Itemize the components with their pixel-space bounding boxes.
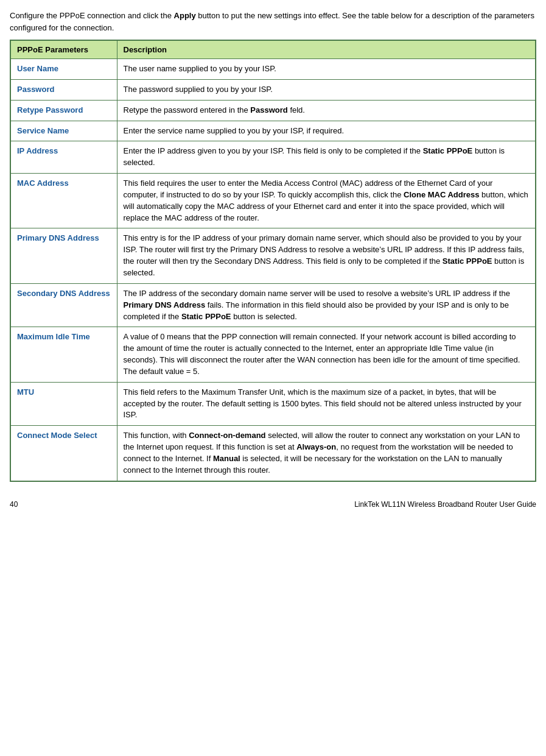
param-cell: Password xyxy=(10,79,117,100)
param-cell: Primary DNS Address xyxy=(10,228,117,283)
footer: 40 LinkTek WL11N Wireless Broadband Rout… xyxy=(10,500,536,509)
desc-cell: Enter the IP address given to you by you… xyxy=(117,141,536,174)
table-row: Maximum Idle TimeA value of 0 means that… xyxy=(10,327,536,382)
table-row: IP AddressEnter the IP address given to … xyxy=(10,141,536,174)
param-cell: User Name xyxy=(10,59,117,80)
param-cell: IP Address xyxy=(10,141,117,174)
param-cell: Service Name xyxy=(10,121,117,141)
desc-cell: A value of 0 means that the PPP connecti… xyxy=(117,327,536,382)
param-cell: Secondary DNS Address xyxy=(10,283,117,327)
desc-cell: This field requires the user to enter th… xyxy=(117,174,536,228)
col-header-param: PPPoE Parameters xyxy=(10,40,117,59)
table-row: Retype PasswordRetype the password enter… xyxy=(10,100,536,121)
param-cell: Maximum Idle Time xyxy=(10,327,117,382)
table-row: Service NameEnter the service name suppl… xyxy=(10,121,536,141)
table-row: User NameThe user name supplied to you b… xyxy=(10,59,536,80)
table-row: Secondary DNS AddressThe IP address of t… xyxy=(10,283,536,327)
product-name: LinkTek WL11N Wireless Broadband Router … xyxy=(354,500,536,509)
table-row: MAC AddressThis field requires the user … xyxy=(10,174,536,228)
param-cell: Connect Mode Select xyxy=(10,426,117,481)
table-row: MTUThis field refers to the Maximum Tran… xyxy=(10,382,536,426)
table-row: PasswordThe password supplied to you by … xyxy=(10,79,536,100)
intro-paragraph: Configure the PPPoE connection and click… xyxy=(10,10,536,34)
param-cell: MTU xyxy=(10,382,117,426)
desc-cell: The password supplied to you by your ISP… xyxy=(117,79,536,100)
page-number: 40 xyxy=(10,500,18,509)
pppoe-parameters-table: PPPoE Parameters Description User NameTh… xyxy=(10,40,536,482)
desc-cell: The user name supplied to you by your IS… xyxy=(117,59,536,80)
table-row: Primary DNS AddressThis entry is for the… xyxy=(10,228,536,283)
desc-cell: This function, with Connect-on-demand se… xyxy=(117,426,536,481)
desc-cell: This entry is for the IP address of your… xyxy=(117,228,536,283)
desc-cell: Retype the password entered in the Passw… xyxy=(117,100,536,121)
param-cell: Retype Password xyxy=(10,100,117,121)
desc-cell: This field refers to the Maximum Transfe… xyxy=(117,382,536,426)
param-cell: MAC Address xyxy=(10,174,117,228)
desc-cell: The IP address of the secondary domain n… xyxy=(117,283,536,327)
col-header-desc: Description xyxy=(117,40,536,59)
table-row: Connect Mode SelectThis function, with C… xyxy=(10,426,536,481)
desc-cell: Enter the service name supplied to you b… xyxy=(117,121,536,141)
